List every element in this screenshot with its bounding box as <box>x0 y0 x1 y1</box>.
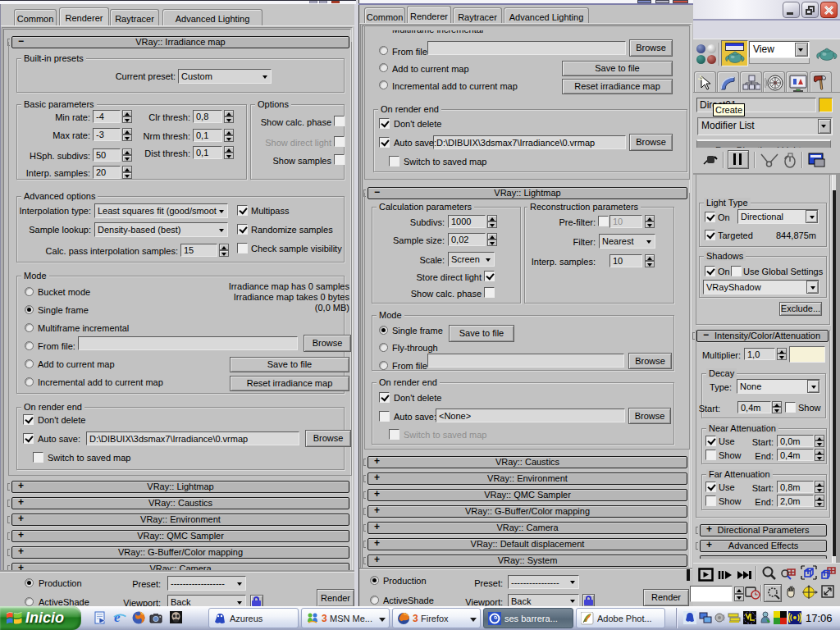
svg-text:e: e <box>114 611 121 625</box>
